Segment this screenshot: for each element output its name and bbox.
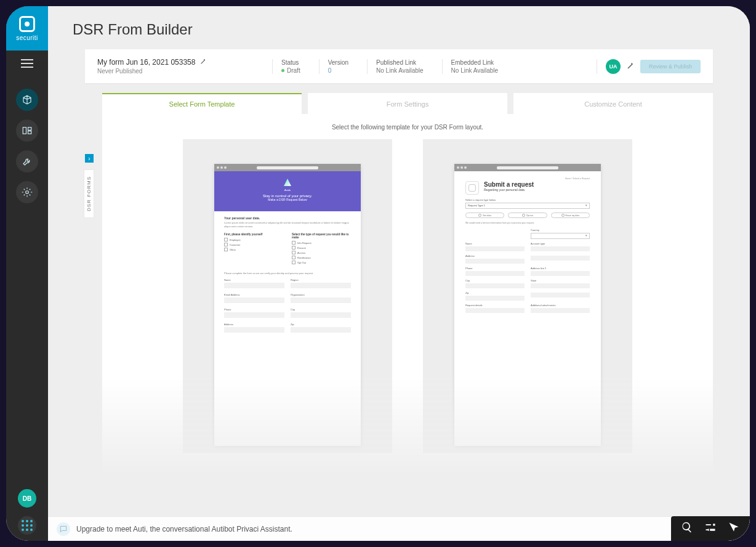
template2-field: Name [465,242,525,251]
template2-field [531,291,590,301]
template-option-1[interactable]: Avala Stay in control of your privacy. M… [183,139,392,453]
template2-country-select [531,233,590,239]
template1-field: Organization [291,293,351,303]
brand-name: securiti [16,34,38,41]
form-info-bar: My form Jun 16, 2021 053358 Never Publis… [85,49,713,83]
template1-logo-icon [284,179,291,186]
template1-section-title: Your personal user data. [224,216,351,220]
version-label: Version [328,59,348,66]
template2-field: City [465,279,525,288]
svg-rect-1 [28,128,31,131]
template2-avatar-icon [465,181,479,195]
template2-chip: Erase my data [551,213,590,218]
svg-point-3 [26,191,29,194]
tab-customize-content[interactable]: Customize Content [513,93,713,114]
template1-subhead: Make a DSR Request Below [218,198,357,201]
template2-field [531,254,590,264]
template1-checkbox-item: Rectification [292,256,351,259]
nav-cube-icon[interactable] [16,89,38,111]
template2-field: Zip [465,291,525,301]
nav-gear-icon[interactable] [16,181,38,203]
search-icon[interactable] [681,521,693,536]
edit-collaborators-icon[interactable] [627,61,634,72]
tab-select-template[interactable]: Select Form Template [102,93,302,114]
template2-chip: See data [465,213,504,218]
template1-field: Region [291,278,351,288]
template2-field: State [531,279,590,288]
template1-checkbox-item: Opt Out [292,261,351,264]
template2-subtitle: Regarding your personal data. [484,188,534,192]
template2-select-label: Select a request type below [465,198,590,201]
template2-select: Request Type 1 [465,203,590,209]
review-publish-button[interactable]: Review & Publish [640,60,701,73]
left-nav-rail: securiti DB [6,6,48,541]
template1-right-title: Select the type of request you would lik… [292,233,351,239]
chatbar-text: Upgrade to meet Auti, the conversational… [76,525,741,533]
template2-hint: We would need a bit more information fro… [465,222,590,225]
template1-brand: Avala [218,188,357,192]
template1-field: Zip [291,323,351,333]
template2-field: Address [465,254,525,264]
template-instruction: Select the following template for your D… [102,114,713,133]
hamburger-icon[interactable] [21,59,33,70]
template2-field: Phone [465,267,525,276]
nav-layout-icon[interactable] [16,120,38,142]
edit-name-icon[interactable] [200,58,206,67]
published-link-label: Published Link [376,59,424,66]
status-value: Draft [287,67,300,74]
template2-breadcrumb: Home / Submit a Request [465,177,590,180]
template-preview-2: Home / Submit a Request Submit a request… [454,164,601,446]
published-link-value: No Link Available [376,67,424,74]
page-title: DSR From Builder [48,6,750,43]
template1-checkbox-item: Erasure [292,246,351,249]
templates-area: Avala Stay in control of your privacy. M… [102,133,713,478]
template2-field: Address line 2 [531,267,590,276]
template2-chip: Opt out [508,213,547,218]
template1-field: Name [224,278,284,288]
brand-logo-icon [19,16,35,32]
inspect-icon[interactable] [728,521,740,536]
form-name: My form Jun 16, 2021 053358 [97,58,195,67]
template-preview-1: Avala Stay in control of your privacy. M… [214,164,361,446]
template2-title: Submit a request [484,181,534,188]
user-avatar-small[interactable]: DB [18,489,36,508]
version-value: 0 [328,67,348,74]
side-panel-label[interactable]: DSR FORMS [84,169,94,218]
assistant-chatbar[interactable]: Upgrade to meet Auti, the conversational… [48,516,750,541]
embedded-link-label: Embedded Link [451,59,499,66]
devtools-dock [671,516,750,541]
embedded-link-value: No Link Available [451,67,499,74]
template1-checkbox-item: Other [224,248,283,251]
template2-country-label: Country [531,229,590,232]
template1-field: Email Address [224,293,284,303]
status-dot-icon [281,69,284,72]
form-publish-status: Never Published [97,68,257,75]
template1-field: Address [224,323,284,333]
builder-tabs: Select Form Template Form Settings Custo… [102,93,713,114]
svg-rect-0 [23,128,26,134]
template2-field: Request details [465,304,525,313]
collapse-side-panel-button[interactable]: › [85,154,94,163]
collaborator-avatar[interactable]: UA [606,59,621,74]
status-label: Status [281,59,300,66]
tab-form-settings[interactable]: Form Settings [308,93,507,114]
sliders-icon[interactable] [704,521,717,536]
chat-icon [57,522,70,536]
brand-block[interactable]: securiti [6,6,48,51]
template1-checkbox-item: Info Request [292,241,351,245]
template1-note: Please complete the form so we can verif… [224,272,351,275]
apps-grid-icon[interactable] [18,516,36,535]
template2-field: Account type [531,242,590,251]
template1-field: City [291,308,351,318]
template1-section-desc: Lorem ipsum dolor sit amet consectetur a… [224,221,351,228]
template1-checkbox-item: Employee [224,238,283,241]
template1-checkbox-item: Customer [224,243,283,246]
template1-field: Phone [224,308,284,318]
svg-rect-2 [28,131,31,134]
template-option-2[interactable]: Home / Submit a Request Submit a request… [423,139,632,453]
template1-left-title: First, please identify yourself [224,233,283,236]
nav-wrench-icon[interactable] [16,150,38,172]
template2-field: Additional attachments [531,304,590,313]
template1-checkbox-item: Access [292,251,351,254]
